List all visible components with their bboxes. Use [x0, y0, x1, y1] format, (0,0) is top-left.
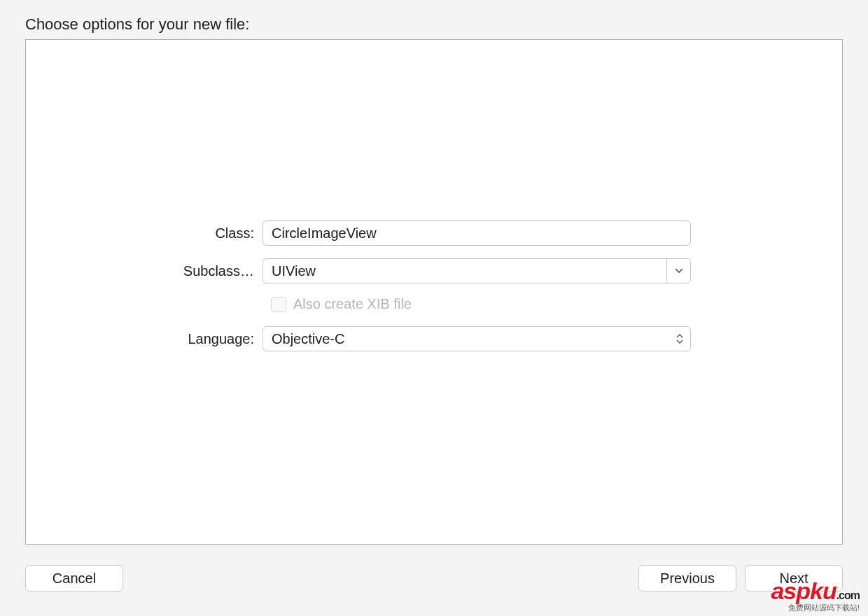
xib-checkbox-label: Also create XIB file: [293, 296, 412, 312]
class-input[interactable]: [262, 220, 691, 246]
page-title: Choose options for your new file:: [25, 15, 249, 34]
language-popup[interactable]: Objective-C: [262, 326, 691, 351]
language-row: Language: Objective-C: [173, 326, 691, 351]
stepper-arrows-icon: [676, 334, 683, 344]
xib-checkbox[interactable]: [271, 297, 286, 312]
previous-button[interactable]: Previous: [638, 565, 736, 592]
watermark: aspku.com 免费网站源码下载站!: [771, 579, 860, 612]
xib-checkbox-row: Also create XIB file: [271, 296, 691, 312]
language-label: Language:: [173, 331, 262, 347]
class-label: Class:: [173, 225, 262, 241]
button-bar: Cancel Previous Next: [25, 564, 843, 592]
options-panel: Class: Subclass… UIView Also create XIB …: [25, 39, 843, 545]
subclass-label: Subclass…: [173, 263, 262, 279]
chevron-down-icon[interactable]: [666, 259, 690, 283]
watermark-tagline: 免费网站源码下载站!: [771, 604, 860, 612]
watermark-brand-red: aspku: [771, 578, 836, 604]
subclass-combobox[interactable]: UIView: [262, 258, 691, 284]
subclass-row: Subclass… UIView: [173, 258, 691, 284]
cancel-button[interactable]: Cancel: [25, 565, 123, 592]
language-value: Objective-C: [272, 331, 344, 347]
form-area: Class: Subclass… UIView Also create XIB …: [173, 220, 691, 364]
class-row: Class:: [173, 220, 691, 246]
watermark-brand-dark: .com: [836, 589, 860, 601]
watermark-brand: aspku.com: [771, 579, 860, 603]
subclass-value: UIView: [263, 263, 666, 279]
